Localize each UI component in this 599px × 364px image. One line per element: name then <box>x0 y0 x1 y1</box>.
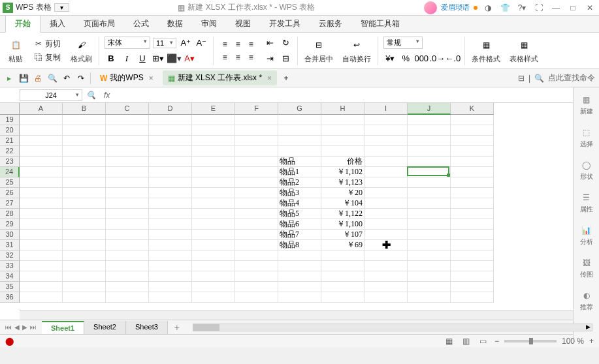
cell-I23[interactable] <box>364 157 408 167</box>
align-center-button[interactable]: ≡ <box>232 52 244 63</box>
cell-G36[interactable] <box>278 292 321 303</box>
cell-G19[interactable] <box>278 115 321 125</box>
cell-H24[interactable]: ￥1,102 <box>321 167 364 177</box>
cell-E32[interactable] <box>192 250 235 261</box>
cell-C24[interactable] <box>106 167 149 177</box>
cell-J31[interactable] <box>408 240 451 250</box>
cell-D36[interactable] <box>149 292 192 303</box>
row-header-26[interactable]: 26 <box>0 188 20 198</box>
merge-button[interactable]: ⊟ <box>279 52 292 65</box>
row-header-30[interactable]: 30 <box>0 230 20 240</box>
cell-A27[interactable] <box>20 198 63 209</box>
row-header-36[interactable]: 36 <box>0 292 20 303</box>
decrease-decimal-button[interactable]: ←.0 <box>446 52 459 65</box>
cell-F27[interactable] <box>235 198 278 209</box>
cell-E19[interactable] <box>192 115 235 125</box>
cell-D30[interactable] <box>149 230 192 240</box>
cell-I20[interactable] <box>364 125 408 136</box>
cell-A24[interactable] <box>20 167 63 177</box>
row-header-34[interactable]: 34 <box>0 271 20 282</box>
sidepanel-选择[interactable]: ⬚选择 <box>580 124 593 151</box>
save-icon[interactable]: 💾 <box>18 73 29 83</box>
cell-C26[interactable] <box>106 188 149 198</box>
cell-I33[interactable] <box>364 261 408 271</box>
record-icon[interactable]: ⬤ <box>5 337 14 346</box>
cell-K19[interactable] <box>451 115 494 125</box>
username[interactable]: 爱眉琐语 <box>441 3 470 12</box>
undo-icon[interactable]: ↶ <box>61 73 72 83</box>
cell-K29[interactable] <box>451 219 494 230</box>
app-dropdown[interactable]: ▾ <box>54 3 69 12</box>
cell-A28[interactable] <box>20 209 63 219</box>
cell-F22[interactable] <box>235 146 278 157</box>
cell-K24[interactable] <box>451 167 494 177</box>
cell-A32[interactable] <box>20 250 63 261</box>
cell-C29[interactable] <box>106 219 149 230</box>
cell-A34[interactable] <box>20 271 63 282</box>
row-header-25[interactable]: 25 <box>0 177 20 188</box>
format-painter-button[interactable]: 🖌 格式刷 <box>67 36 96 65</box>
cell-D20[interactable] <box>149 125 192 136</box>
cell-C32[interactable] <box>106 250 149 261</box>
cell-B19[interactable] <box>63 115 106 125</box>
cell-I22[interactable] <box>364 146 408 157</box>
cell-G24[interactable]: 物品1 <box>278 167 321 177</box>
cell-D19[interactable] <box>149 115 192 125</box>
cell-B36[interactable] <box>63 292 106 303</box>
name-box[interactable]: J24 <box>20 89 82 101</box>
cell-J19[interactable] <box>408 115 451 125</box>
row-header-32[interactable]: 32 <box>0 250 20 261</box>
cell-I31[interactable] <box>364 240 408 250</box>
cell-A22[interactable] <box>20 146 63 157</box>
sheet-first-icon[interactable]: ⏮ <box>5 324 12 331</box>
cell-D25[interactable] <box>149 177 192 188</box>
cell-C25[interactable] <box>106 177 149 188</box>
cell-E30[interactable] <box>192 230 235 240</box>
cell-K36[interactable] <box>451 292 494 303</box>
sidepanel-传图[interactable]: 🖼传图 <box>580 254 593 282</box>
cell-F31[interactable] <box>235 240 278 250</box>
cell-F34[interactable] <box>235 271 278 282</box>
cell-B23[interactable] <box>63 157 106 167</box>
sidepanel-形状[interactable]: ◯形状 <box>580 157 593 184</box>
font-name-select[interactable]: 宋体 <box>105 37 150 49</box>
underline-button[interactable]: U <box>136 52 149 65</box>
cell-I32[interactable] <box>364 250 408 261</box>
cell-E25[interactable] <box>192 177 235 188</box>
cell-H20[interactable] <box>321 125 364 136</box>
sidepanel-新建[interactable]: ▦新建 <box>580 91 593 119</box>
col-header-A[interactable]: A <box>20 103 63 115</box>
sheet-tab-Sheet1[interactable]: Sheet1 <box>42 321 84 334</box>
restore-up-icon[interactable]: ⛶ <box>532 2 545 14</box>
cell-G35[interactable] <box>278 282 321 292</box>
menu-tab-1[interactable]: 插入 <box>40 16 74 32</box>
col-header-G[interactable]: G <box>278 103 321 115</box>
row-header-24[interactable]: 24 <box>0 167 20 177</box>
cell-H33[interactable] <box>321 261 364 271</box>
search-icon[interactable]: 🔍 <box>534 74 544 83</box>
cell-B28[interactable] <box>63 209 106 219</box>
indent-increase-button[interactable]: ⇥ <box>263 52 276 65</box>
col-header-F[interactable]: F <box>235 103 278 115</box>
cell-E33[interactable] <box>192 261 235 271</box>
cell-I29[interactable] <box>364 219 408 230</box>
currency-button[interactable]: ¥▾ <box>383 52 397 65</box>
page-view-icon[interactable]: ▥ <box>461 336 472 346</box>
row-header-31[interactable]: 31 <box>0 240 20 250</box>
sidepanel-分析[interactable]: 📊分析 <box>580 222 593 249</box>
cell-H31[interactable]: ￥69 <box>321 240 364 250</box>
col-header-K[interactable]: K <box>451 103 494 115</box>
cell-C30[interactable] <box>106 230 149 240</box>
cell-B34[interactable] <box>63 271 106 282</box>
menu-tab-9[interactable]: 智能工具箱 <box>351 16 409 32</box>
cell-H21[interactable] <box>321 136 364 146</box>
cell-A29[interactable] <box>20 219 63 230</box>
cell-E24[interactable] <box>192 167 235 177</box>
cell-C23[interactable] <box>106 157 149 167</box>
row-header-29[interactable]: 29 <box>0 219 20 230</box>
redo-icon[interactable]: ↷ <box>76 73 86 83</box>
cell-I35[interactable] <box>364 282 408 292</box>
align-left-button[interactable]: ≡ <box>219 52 231 63</box>
cell-A33[interactable] <box>20 261 63 271</box>
menu-tab-6[interactable]: 视图 <box>226 16 260 32</box>
